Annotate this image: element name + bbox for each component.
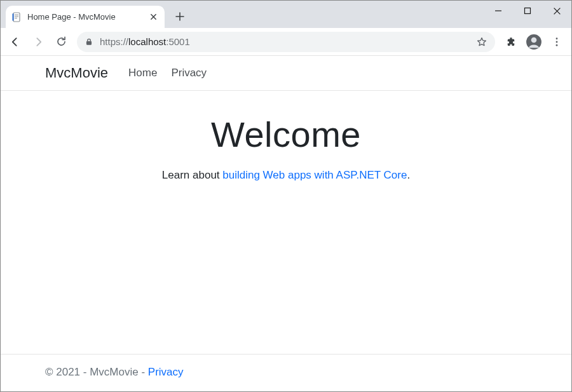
svg-rect-5 xyxy=(525,8,531,14)
svg-point-11 xyxy=(556,44,558,46)
svg-point-9 xyxy=(556,37,558,39)
svg-rect-1 xyxy=(15,15,18,15)
browser-toolbar: https://localhost:5001 xyxy=(1,28,571,56)
lead-text-prefix: Learn about xyxy=(162,169,222,181)
browser-tab-title: Home Page - MvcMovie xyxy=(27,12,143,22)
reload-button[interactable] xyxy=(50,31,72,53)
window-controls xyxy=(484,1,571,21)
extensions-button[interactable] xyxy=(500,31,522,53)
site-navbar: MvcMovie Home Privacy xyxy=(1,56,571,91)
footer-privacy-link[interactable]: Privacy xyxy=(148,366,184,378)
browser-tab[interactable]: Home Page - MvcMovie xyxy=(6,6,165,28)
url-port: :5001 xyxy=(166,36,190,47)
svg-rect-6 xyxy=(86,41,92,44)
bookmark-star-button[interactable] xyxy=(476,36,487,48)
url-text: https://localhost:5001 xyxy=(100,36,190,47)
page-footer: © 2021 - MvcMovie - Privacy xyxy=(1,354,571,392)
page-heading: Welcome xyxy=(211,114,361,155)
svg-point-10 xyxy=(556,41,558,43)
page-favicon-icon xyxy=(12,12,22,22)
svg-rect-4 xyxy=(13,13,14,20)
titlebar: Home Page - MvcMovie xyxy=(1,1,571,28)
profile-avatar-button[interactable] xyxy=(523,31,545,53)
lead-text-suffix: . xyxy=(407,169,410,181)
svg-point-8 xyxy=(531,37,537,43)
page-viewport: MvcMovie Home Privacy Welcome Learn abou… xyxy=(1,56,571,392)
url-host: localhost xyxy=(128,36,166,47)
lead-link[interactable]: building Web apps with ASP.NET Core xyxy=(222,169,407,181)
svg-rect-0 xyxy=(13,13,20,22)
window-maximize-button[interactable] xyxy=(513,1,542,21)
window-close-button[interactable] xyxy=(542,1,571,21)
navbar-brand[interactable]: MvcMovie xyxy=(45,65,108,81)
tab-close-button[interactable] xyxy=(148,12,158,22)
new-tab-button[interactable] xyxy=(171,8,189,25)
url-scheme: https:// xyxy=(100,36,128,47)
forward-button[interactable] xyxy=(27,31,49,53)
nav-link-privacy[interactable]: Privacy xyxy=(171,67,207,79)
window-minimize-button[interactable] xyxy=(484,1,513,21)
lead-paragraph: Learn about building Web apps with ASP.N… xyxy=(162,169,410,182)
address-bar[interactable]: https://localhost:5001 xyxy=(77,32,495,52)
svg-rect-2 xyxy=(15,16,18,17)
tabs-strip: Home Page - MvcMovie xyxy=(1,1,484,28)
nav-link-home[interactable]: Home xyxy=(128,67,157,79)
page-main: Welcome Learn about building Web apps wi… xyxy=(1,91,571,354)
browser-menu-button[interactable] xyxy=(546,31,568,53)
back-button[interactable] xyxy=(4,31,26,53)
svg-rect-3 xyxy=(15,18,17,18)
lock-icon xyxy=(85,37,93,46)
footer-text: © 2021 - MvcMovie - xyxy=(45,366,148,378)
